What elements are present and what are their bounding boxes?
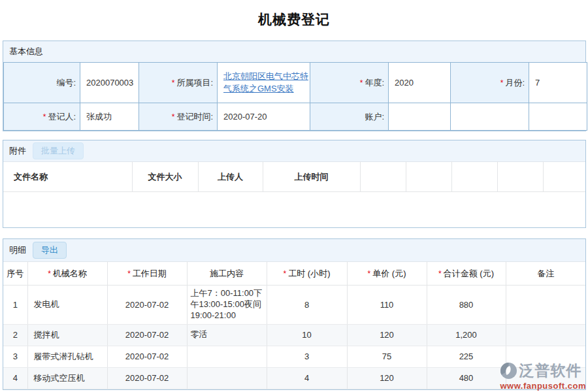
export-button[interactable]: 导出	[33, 242, 67, 259]
table-row: 1 发电机 2020-07-02 上午7：00-11:00下午13:00-15:…	[3, 286, 585, 325]
field-value-year: 2020	[389, 63, 451, 103]
brand-name: 泛普软件	[519, 361, 581, 381]
cell-work-date: 2020-07-02	[107, 346, 187, 367]
table-row: 2 搅拌机 2020-07-02 零活 10 120 1,200	[3, 324, 585, 346]
cell-seq: 3	[3, 346, 27, 367]
details-header-row: 序号 *机械名称 *工作日期 施工内容 *工时 (小时) *单价 (元) *合计…	[3, 262, 585, 286]
attachments-section: 附件 批量上传 文件名称 文件大小 上传人 上传时间	[3, 140, 586, 228]
details-section-title: 明细	[9, 244, 26, 256]
fanpu-logo-icon	[500, 362, 517, 380]
details-table: 序号 *机械名称 *工作日期 施工内容 *工时 (小时) *单价 (元) *合计…	[3, 261, 585, 389]
basic-info-section-header: 基本信息	[3, 41, 585, 62]
col-unit-price: *单价 (元)	[347, 262, 427, 286]
attachments-empty-body	[3, 192, 585, 227]
field-label-project: *所属项目:	[139, 63, 218, 103]
attach-col-empty	[360, 162, 406, 192]
cell-machine-name: 搅拌机	[27, 324, 107, 346]
attachments-section-header: 附件 批量上传	[3, 140, 585, 161]
field-label-reg-time: *登记时间:	[139, 103, 218, 131]
col-machine-name: *机械名称	[27, 262, 107, 286]
required-icon: *	[172, 112, 175, 122]
field-label-number: 编号:	[4, 63, 80, 103]
cell-machine-name: 移动式空压机	[27, 367, 107, 389]
field-value-account	[389, 103, 451, 131]
required-icon: *	[48, 269, 51, 278]
field-value-reg-time: 2020-07-20	[218, 103, 310, 131]
attach-col-uploader: 上传人	[198, 162, 263, 192]
cell-machine-name: 发电机	[27, 286, 107, 325]
cell-unit-price: 120	[347, 324, 427, 346]
machinery-fee-registration-page: 机械费登记 基本信息 编号: 2020070003 *所属项目: 北京朝阳区电气…	[0, 0, 588, 392]
cell-work-date: 2020-07-02	[107, 324, 187, 346]
vendor-watermark: 泛普软件 www.fanpusoft.com	[500, 361, 586, 391]
field-value-number: 2020070003	[80, 63, 139, 103]
cell-total-amount: 480	[427, 367, 506, 389]
table-row: 3 履带式潜孔钻机 2020-07-02 3 75 225	[3, 346, 585, 367]
field-label-account: 账户:	[310, 103, 389, 131]
empty-cell	[529, 103, 587, 131]
attach-col-filename: 文件名称	[3, 162, 132, 192]
attach-col-filesize: 文件大小	[132, 162, 198, 192]
field-label-registrant: *登记人:	[4, 103, 80, 131]
field-value-project: 北京朝阳区电气中芯特气系统之GMS安装	[218, 63, 310, 103]
col-construction-content: 施工内容	[187, 262, 267, 286]
attachments-table: 文件名称 文件大小 上传人 上传时间	[3, 161, 585, 192]
cell-machine-name: 履带式潜孔钻机	[27, 346, 107, 367]
batch-upload-button[interactable]: 批量上传	[33, 142, 84, 159]
field-value-month: 7	[529, 63, 587, 103]
cell-seq: 4	[3, 367, 27, 389]
attachments-section-title: 附件	[9, 145, 26, 157]
col-work-hours: *工时 (小时)	[267, 262, 347, 286]
cell-total-amount: 1,200	[427, 324, 506, 346]
required-icon: *	[43, 112, 46, 122]
field-value-registrant: 张成功	[80, 103, 139, 131]
field-label-year: *年度:	[310, 63, 389, 103]
attach-col-uploadtime: 上传时间	[263, 162, 360, 192]
required-icon: *	[500, 78, 504, 88]
attach-col-empty	[543, 162, 585, 192]
cell-construction-content	[187, 346, 267, 367]
cell-construction-content	[187, 367, 267, 389]
table-row: 4 移动式空压机 2020-07-02 4 120 480	[3, 367, 585, 389]
cell-unit-price: 75	[347, 346, 427, 367]
brand-url: www.fanpusoft.com	[500, 381, 586, 391]
cell-remark	[506, 286, 585, 325]
cell-seq: 2	[3, 324, 27, 346]
required-icon: *	[438, 269, 442, 278]
basic-info-section-title: 基本信息	[9, 46, 43, 57]
basic-info-section: 基本信息 编号: 2020070003 *所属项目: 北京朝阳区电气中芯特气系统…	[3, 41, 586, 131]
col-total-amount: *合计金额 (元)	[427, 262, 506, 286]
col-work-date: *工作日期	[107, 262, 187, 286]
required-icon: *	[127, 269, 131, 278]
field-label-month: *月份:	[451, 63, 529, 103]
cell-construction-content: 零活	[187, 324, 267, 346]
page-title: 机械费登记	[0, 10, 588, 29]
cell-work-hours: 8	[267, 286, 347, 325]
details-section: 明细 导出 序号 *机械名称 *工作日期 施工内容 *工时 (小时) *单价 (…	[3, 238, 586, 390]
required-icon: *	[172, 78, 175, 88]
cell-work-hours: 4	[267, 367, 347, 389]
cell-construction-content: 上午7：00-11:00下午13:00-15:00夜间19:00-21:00	[187, 286, 267, 325]
attach-col-empty	[406, 162, 451, 192]
required-icon: *	[284, 269, 287, 278]
cell-total-amount: 225	[427, 346, 506, 367]
cell-work-hours: 3	[267, 346, 347, 367]
basic-info-table: 编号: 2020070003 *所属项目: 北京朝阳区电气中芯特气系统之GMS安…	[3, 62, 587, 131]
cell-total-amount: 880	[427, 286, 506, 325]
cell-work-hours: 10	[267, 324, 347, 346]
attach-col-empty	[497, 162, 543, 192]
cell-work-date: 2020-07-02	[107, 367, 187, 389]
required-icon: *	[368, 269, 371, 278]
details-section-header: 明细 导出	[3, 239, 585, 261]
cell-unit-price: 110	[347, 286, 427, 325]
cell-unit-price: 120	[347, 367, 427, 389]
col-seq: 序号	[3, 262, 27, 286]
col-remark: 备注	[506, 262, 585, 286]
attach-col-empty	[451, 162, 497, 192]
cell-seq: 1	[3, 286, 27, 325]
empty-cell	[451, 103, 529, 131]
project-link[interactable]: 北京朝阳区电气中芯特气系统之GMS安装	[223, 71, 310, 95]
required-icon: *	[360, 78, 363, 88]
cell-remark	[506, 324, 585, 346]
cell-work-date: 2020-07-02	[107, 286, 187, 325]
